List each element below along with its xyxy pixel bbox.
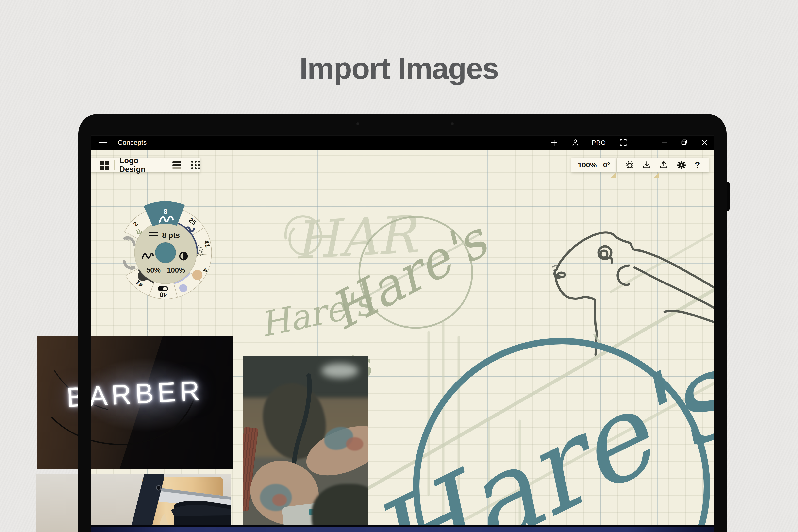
opacity-secondary[interactable]: 50% (146, 266, 160, 274)
fold-corner-1 (611, 172, 616, 178)
minimize-button[interactable] (662, 135, 667, 150)
close-button[interactable] (701, 135, 708, 150)
teal-logo-script: Hare's (349, 325, 714, 532)
menu-icon[interactable] (98, 140, 108, 146)
imported-photo-haircut[interactable] (243, 356, 368, 532)
restore-button[interactable] (681, 135, 688, 150)
page-title: Import Images (0, 51, 798, 86)
fold-corner-2 (654, 172, 659, 178)
gallery-icon[interactable] (100, 160, 109, 170)
project-title[interactable]: Logo Design (119, 156, 161, 174)
person-icon (572, 139, 579, 146)
svg-text:40: 40 (159, 291, 167, 299)
rotation-value[interactable]: 0° (603, 161, 610, 169)
tablet-power-button (726, 182, 729, 211)
tablet-screen: HAR Hare's Hare's Hare's (91, 135, 714, 532)
size-value[interactable]: 8 pts (162, 231, 180, 240)
account-button[interactable] (572, 135, 579, 150)
pro-badge[interactable]: PRO (592, 135, 606, 150)
toolbar-zoom: 100% 0° (571, 158, 616, 172)
imported-photo-barber-sign[interactable]: BARBER (37, 336, 233, 469)
photo-filter-overlay (243, 356, 368, 532)
minimize-icon (662, 140, 667, 146)
segment-label-8: 8 (164, 208, 167, 215)
current-color-swatch[interactable] (155, 242, 176, 263)
toolbar-actions: ? (617, 158, 709, 172)
settings-gear-icon[interactable] (677, 160, 686, 170)
precision-menu-icon[interactable] (191, 160, 200, 169)
thickness-icon (149, 231, 158, 233)
layers-icon[interactable] (172, 160, 181, 170)
toolbar-divider (114, 160, 115, 170)
imported-photo-razor[interactable] (36, 474, 231, 532)
new-drawing-button[interactable] (550, 135, 558, 150)
fullscreen-icon (619, 139, 627, 147)
thickness-icon2 (149, 235, 158, 236)
camera-dot-1 (356, 122, 359, 125)
bug-report-icon[interactable] (626, 161, 634, 169)
taskbar-strip (91, 527, 714, 532)
help-button[interactable]: ? (695, 160, 700, 170)
restore-icon (681, 139, 688, 146)
app-name: Concepts (118, 139, 147, 147)
zoom-level[interactable]: 100% (578, 161, 597, 169)
opacity-primary[interactable]: 100% (167, 266, 185, 274)
tool-wheel[interactable]: 8 pts 50% 100% 8 2 25 41 (114, 201, 217, 304)
marketing-page: Import Images HAR Hare's Hare's Hare's (0, 0, 798, 532)
wheel-segment-8-selected[interactable]: 8 (145, 202, 184, 225)
export-icon[interactable] (660, 161, 668, 169)
straight-razor (36, 474, 231, 532)
toolbar-left: Logo Design (91, 158, 200, 172)
app-title-bar: Concepts PRO (91, 135, 714, 150)
camera-dot-2 (451, 122, 454, 125)
screen-bottom-edge (91, 525, 714, 527)
plus-icon (550, 139, 558, 146)
close-icon (701, 139, 708, 146)
fullscreen-button[interactable] (619, 135, 627, 150)
teal-logo: Hare's (349, 325, 714, 532)
import-icon[interactable] (643, 161, 651, 169)
